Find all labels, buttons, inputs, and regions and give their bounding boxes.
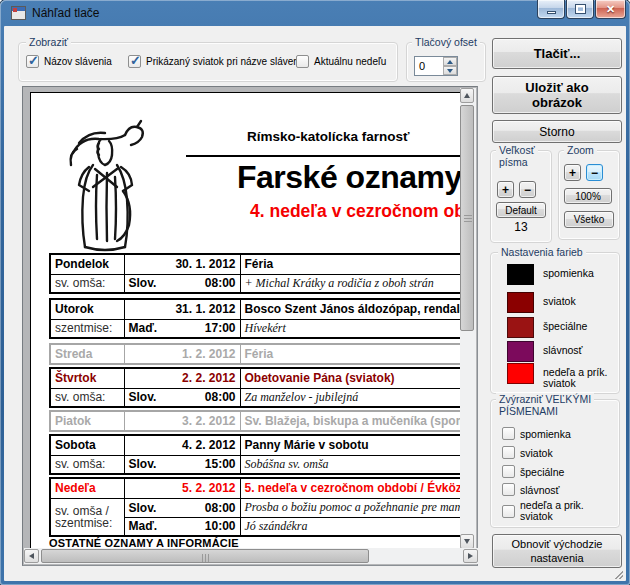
font-size-value: 13 bbox=[500, 220, 542, 234]
zoom-100-button[interactable]: 100% bbox=[564, 188, 612, 204]
mass-label-cell: szentmise: bbox=[50, 319, 124, 338]
zoom-in-button[interactable]: + bbox=[564, 164, 581, 181]
time-cell: 08:00 bbox=[205, 390, 236, 404]
zoom-title: Zoom bbox=[564, 144, 597, 156]
intention-cell: Za manželov - jubilejná bbox=[240, 388, 461, 407]
checkbox-icon[interactable] bbox=[502, 465, 515, 478]
intention-cell: + Michal Krátky a rodičia z oboh strán bbox=[240, 274, 461, 293]
day-cell: Pondelok bbox=[50, 254, 124, 274]
resize-grip[interactable] bbox=[615, 571, 623, 579]
color-swatch-nedela[interactable] bbox=[507, 363, 534, 384]
checkbox-icon[interactable] bbox=[26, 55, 39, 68]
checkbox-holy-day[interactable]: Prikázaný sviatok pri názve slávenia bbox=[128, 55, 307, 68]
spinner-down-button[interactable] bbox=[443, 66, 457, 75]
color-label: špeciálne bbox=[543, 317, 587, 332]
mass-label-cell: sv. omša: bbox=[50, 274, 124, 293]
font-size-title: Veľkosť písma bbox=[496, 144, 538, 168]
maximize-button[interactable] bbox=[566, 0, 594, 19]
zoom-fit-all-button[interactable]: Všetko bbox=[564, 211, 614, 228]
date-cell: 30. 1. 2012 bbox=[124, 254, 240, 274]
checkbox-icon[interactable] bbox=[502, 505, 515, 518]
scroll-left-button[interactable] bbox=[24, 549, 39, 563]
checkbox-current-sunday[interactable]: Aktuálnu nedeľu bbox=[296, 55, 386, 68]
print-button[interactable]: Tlačiť... bbox=[492, 38, 622, 69]
save-as-image-button[interactable]: Uložiť ako obrázok bbox=[492, 76, 622, 114]
color-swatch-sviatok[interactable] bbox=[507, 292, 534, 313]
title-bar[interactable]: Náhľad tlače ✕ bbox=[0, 0, 630, 26]
feast-cell: Bosco Szent János áldozópap, rendalapító bbox=[240, 299, 461, 319]
lang-cell: Slov. bbox=[129, 501, 157, 515]
checkbox-icon[interactable] bbox=[502, 446, 515, 459]
highlight-checkbox-sviatok[interactable]: sviatok bbox=[502, 446, 553, 459]
lang-cell: Slov. bbox=[129, 390, 157, 404]
feast-cell: Obetovanie Pána (sviatok) bbox=[240, 368, 461, 388]
minimize-button[interactable] bbox=[537, 0, 565, 19]
show-options-title: Zobraziť bbox=[26, 36, 71, 48]
color-label: nedeľa a prík. sviatok bbox=[543, 363, 607, 389]
checkbox-icon[interactable] bbox=[502, 427, 515, 440]
bulletin-title: Farské oznamy bbox=[237, 159, 461, 196]
color-swatch-spomienka[interactable] bbox=[507, 264, 534, 285]
checkbox-icon[interactable] bbox=[128, 55, 141, 68]
date-cell: 31. 1. 2012 bbox=[124, 299, 240, 319]
lang-cell: Maď. bbox=[129, 321, 158, 335]
time-cell: 10:00 bbox=[205, 519, 236, 533]
day-group-piatok: Piatok3. 2. 2012Sv. Blažeja, biskupa a m… bbox=[49, 410, 461, 432]
minimize-icon bbox=[547, 11, 556, 14]
maximize-icon bbox=[576, 5, 585, 13]
highlight-checkbox-spomienka[interactable]: spomienka bbox=[502, 427, 571, 440]
day-group-nedela: Nedeľa5. 2. 20125. nedeľa v cezročnom ob… bbox=[49, 477, 461, 537]
mass-label-cell: sv. omša /szentmise: bbox=[50, 498, 124, 536]
feast-cell: Panny Márie v sobotu bbox=[240, 435, 461, 455]
date-cell: 4. 2. 2012 bbox=[124, 435, 240, 455]
close-icon: ✕ bbox=[606, 3, 615, 16]
close-button[interactable]: ✕ bbox=[595, 0, 626, 19]
date-cell: 1. 2. 2012 bbox=[124, 344, 240, 364]
chevron-down-icon bbox=[447, 69, 453, 73]
color-swatch-specialne[interactable] bbox=[507, 317, 534, 338]
date-cell: 5. 2. 2012 bbox=[124, 478, 240, 498]
scroll-down-button[interactable] bbox=[460, 534, 474, 549]
checkbox-celebration-name[interactable]: Názov slávenia bbox=[26, 55, 112, 68]
vertical-scrollbar[interactable] bbox=[460, 88, 476, 549]
vertical-scroll-thumb[interactable] bbox=[460, 105, 474, 331]
mass-label-cell: sv. omša: bbox=[50, 388, 124, 407]
time-cell: 08:00 bbox=[205, 276, 236, 290]
zoom-out-button[interactable]: − bbox=[586, 164, 603, 181]
color-row-sviatok: sviatok bbox=[507, 292, 576, 313]
feast-cell: Sv. Blažeja, biskupa a mučeníka (spomien… bbox=[240, 411, 461, 431]
scroll-up-button[interactable] bbox=[460, 88, 474, 103]
horizontal-scroll-thumb[interactable] bbox=[41, 549, 369, 563]
color-row-slavnost: slávnosť bbox=[507, 341, 583, 362]
horizontal-scrollbar[interactable] bbox=[24, 548, 478, 564]
font-size-increase-button[interactable]: + bbox=[497, 181, 514, 198]
window-title: Náhľad tlače bbox=[32, 6, 100, 20]
scroll-right-button[interactable] bbox=[463, 549, 478, 563]
lang-cell: Maď. bbox=[129, 519, 158, 533]
bulletin-subtitle: 4. nedeľa v cezročnom období bbox=[250, 201, 461, 222]
highlight-checkbox-specialne[interactable]: špeciálne bbox=[502, 465, 564, 478]
time-cell: 17:00 bbox=[205, 321, 236, 335]
highlight-checkbox-slavnost[interactable]: slávnosť bbox=[502, 483, 560, 496]
color-label: slávnosť bbox=[543, 341, 583, 356]
color-swatch-slavnost[interactable] bbox=[507, 341, 534, 362]
thumb-grip-icon bbox=[205, 554, 206, 562]
cancel-button[interactable]: Storno bbox=[492, 120, 622, 143]
day-group-stvrtok: Štvrtok2. 2. 2012Obetovanie Pána (sviato… bbox=[49, 367, 461, 408]
day-cell: Štvrtok bbox=[50, 368, 124, 388]
print-offset-spinner[interactable]: 0 bbox=[414, 56, 458, 76]
checkbox-icon[interactable] bbox=[502, 483, 515, 496]
checkbox-icon[interactable] bbox=[296, 55, 309, 68]
color-row-specialne: špeciálne bbox=[507, 317, 587, 338]
color-row-spomienka: spomienka bbox=[507, 264, 594, 285]
bulletin-page: Rímsko-katolícka farnosť Farské oznamy 4… bbox=[30, 92, 461, 549]
spinner-up-button[interactable] bbox=[443, 57, 457, 66]
reset-defaults-button[interactable]: Obnoviť východzie nastavenia bbox=[492, 534, 622, 568]
font-size-default-button[interactable]: Default bbox=[496, 202, 546, 218]
font-size-decrease-button[interactable]: − bbox=[519, 181, 536, 198]
highlight-checkbox-nedela[interactable]: nedeľa a prik. sviatok bbox=[502, 500, 584, 522]
arrow-up-icon bbox=[464, 93, 470, 98]
day-cell: Streda bbox=[50, 344, 124, 364]
day-group-sobota: Sobota4. 2. 2012Panny Márie v sobotu sv.… bbox=[49, 434, 461, 475]
print-preview-window: Náhľad tlače ✕ Zobraziť Názov slávenia P… bbox=[0, 0, 630, 585]
